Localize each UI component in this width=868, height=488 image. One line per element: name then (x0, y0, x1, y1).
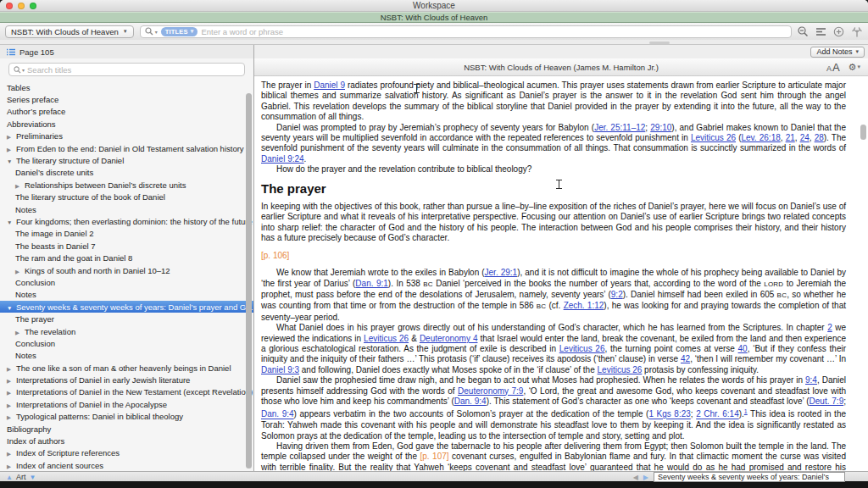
titles-search-field[interactable]: ▾ (8, 63, 245, 76)
disclosure-collapsed-icon[interactable] (7, 375, 16, 385)
module-selector-dropdown[interactable]: NSBT: With Clouds of Heaven (5, 25, 134, 38)
sidebar-item[interactable]: Abbreviations (0, 118, 253, 130)
scripture-link[interactable]: Jer. 25:11–12 (594, 123, 645, 132)
current-section-box[interactable] (654, 472, 845, 482)
scripture-link[interactable]: 9:4 (805, 375, 817, 385)
disclosure-collapsed-icon[interactable] (15, 266, 25, 275)
sidebar-item[interactable]: Seventy weeks & seventy weeks of years: … (0, 301, 253, 313)
sidebar-scrollbar-thumb[interactable] (246, 93, 252, 469)
nav-down-icon[interactable] (29, 473, 36, 481)
scripture-link[interactable]: 2 Chr. 6:14 (696, 410, 739, 419)
sidebar-item[interactable]: Daniel’s discrete units (0, 167, 253, 179)
sidebar-item[interactable]: Kings of south and north in Daniel 10–12 (0, 264, 253, 276)
sidebar-item[interactable]: Interpretations of Daniel in early Jewis… (0, 374, 253, 385)
scripture-link[interactable]: Jer. 29:1 (485, 268, 518, 277)
next-section-icon[interactable] (643, 473, 648, 481)
scripture-link[interactable]: 21 (786, 133, 795, 142)
scripture-link[interactable]: Leviticus 26 (598, 365, 643, 374)
scripture-link[interactable]: Lev. 26:18 (741, 133, 780, 142)
sidebar-item[interactable]: Interpretations of Daniel in the Apocaly… (0, 398, 253, 410)
close-window-icon[interactable] (6, 3, 13, 9)
add-icon[interactable] (833, 26, 844, 37)
sidebar-item[interactable]: Series preface (0, 93, 253, 105)
zoom-out-icon[interactable] (798, 26, 809, 37)
scripture-link[interactable]: Deuteronomy 4 (420, 334, 478, 343)
divider-handle[interactable] (649, 42, 670, 44)
sidebar-item[interactable]: The prayer (0, 313, 253, 324)
sidebar-item[interactable]: Preliminaries (0, 130, 253, 142)
sidebar-item[interactable]: The literary structure of the book of Da… (0, 191, 253, 203)
disclosure-collapsed-icon[interactable] (15, 180, 25, 190)
sidebar-item[interactable]: Conclusion (0, 276, 253, 288)
list-icon[interactable] (815, 27, 826, 36)
disclosure-collapsed-icon[interactable] (7, 144, 16, 153)
sidebar-item[interactable]: Bibliography (0, 423, 253, 435)
sidebar-item[interactable]: The ram and the goat in Daniel 8 (0, 252, 253, 263)
sidebar-item[interactable]: The literary structure of Daniel (0, 154, 253, 166)
sidebar-item[interactable]: Tables (0, 81, 253, 93)
sidebar-item[interactable]: From Eden to the end: Daniel in Old Test… (0, 142, 253, 154)
disclosure-collapsed-icon[interactable] (7, 131, 16, 141)
scripture-link[interactable]: 42 (681, 354, 690, 363)
add-notes-button[interactable]: Add Notes (810, 47, 865, 58)
disclosure-collapsed-icon[interactable] (7, 448, 16, 458)
scripture-link[interactable]: 24 (800, 133, 810, 142)
content-scrollbar-thumb[interactable] (860, 125, 866, 140)
amplify-tree-icon[interactable] (851, 26, 863, 37)
disclosure-collapsed-icon[interactable] (7, 363, 16, 373)
gear-icon[interactable] (849, 62, 860, 73)
search-scope-caret-icon[interactable]: ▾ (155, 29, 158, 35)
disclosure-expanded-icon[interactable] (7, 302, 16, 312)
scripture-link[interactable]: Deut. 7:9 (810, 396, 844, 406)
disclosure-collapsed-icon[interactable] (7, 461, 16, 470)
search-field[interactable]: ▾ TITLES (140, 25, 792, 38)
nav-up-icon[interactable] (6, 473, 13, 481)
disclosure-expanded-icon[interactable] (7, 217, 16, 226)
search-input[interactable] (201, 27, 787, 36)
disclosure-collapsed-icon[interactable] (15, 327, 25, 336)
scripture-link[interactable]: 2 (827, 323, 832, 332)
sidebar-item[interactable]: Interpretations of Daniel in the New Tes… (0, 386, 253, 398)
scripture-link[interactable]: Leviticus 26 (364, 334, 409, 343)
scripture-link[interactable]: Deuteronomy 7:9 (458, 386, 523, 396)
sidebar-item[interactable]: The revelation (0, 325, 253, 337)
disclosure-collapsed-icon[interactable] (7, 400, 16, 409)
disclosure-collapsed-icon[interactable] (7, 387, 16, 396)
sidebar-item[interactable]: The beasts in Daniel 7 (0, 240, 253, 252)
scripture-link[interactable]: 29:10 (650, 123, 671, 132)
search-scope-caret-icon[interactable]: ▾ (22, 67, 25, 73)
sidebar-item[interactable]: The image in Daniel 2 (0, 228, 253, 240)
sidebar-item[interactable]: Conclusion (0, 337, 253, 349)
tab-nsbt[interactable]: NSBT: With Clouds of Heaven (381, 13, 488, 22)
scripture-link[interactable]: 40 (738, 344, 748, 353)
minimize-window-icon[interactable] (18, 3, 25, 9)
sidebar-item[interactable]: Index of ancient sources (0, 459, 253, 471)
sidebar-item[interactable]: Notes (0, 203, 253, 215)
text-size-control[interactable]: A A (826, 62, 840, 73)
scripture-link[interactable]: Leviticus 26 (559, 344, 605, 353)
footnote-link[interactable]: 1 (744, 408, 748, 414)
sidebar-item[interactable]: Typological patterns: Daniel in biblical… (0, 411, 253, 423)
disclosure-expanded-icon[interactable] (7, 156, 16, 165)
zoom-window-icon[interactable] (30, 3, 36, 9)
scripture-link[interactable]: Daniel 9:24 (261, 154, 304, 164)
scripture-link[interactable]: Dan. 9:4 (454, 396, 487, 406)
previous-section-icon[interactable] (633, 473, 638, 481)
sidebar-item[interactable]: Author’s preface (0, 106, 253, 118)
scripture-link[interactable]: Dan. 9:4 (261, 410, 294, 419)
search-scope-token[interactable]: TITLES (161, 27, 198, 36)
scripture-link[interactable]: Dan. 9:1 (355, 279, 387, 288)
sidebar-item[interactable]: Index of authors (0, 435, 253, 446)
sidebar-item[interactable]: Relationships between Daniel’s discrete … (0, 179, 253, 191)
scripture-link[interactable]: 1 Kgs 8:23 (648, 410, 690, 419)
sidebar-item[interactable]: Four kingdoms; then everlasting dominion… (0, 215, 253, 227)
scripture-link[interactable]: Leviticus 26 (691, 133, 736, 142)
scripture-link[interactable]: Zech. 1:12 (564, 301, 604, 310)
scripture-link[interactable]: Daniel 9 (314, 80, 345, 90)
page-list-icon[interactable] (7, 48, 15, 56)
sidebar-item[interactable]: Notes (0, 350, 253, 362)
sidebar-item[interactable]: The one like a son of man & other heaven… (0, 362, 253, 374)
sidebar-item[interactable]: Notes (0, 289, 253, 301)
scripture-link[interactable]: Daniel 9:3 (261, 365, 299, 374)
scripture-link[interactable]: 28 (815, 133, 824, 142)
